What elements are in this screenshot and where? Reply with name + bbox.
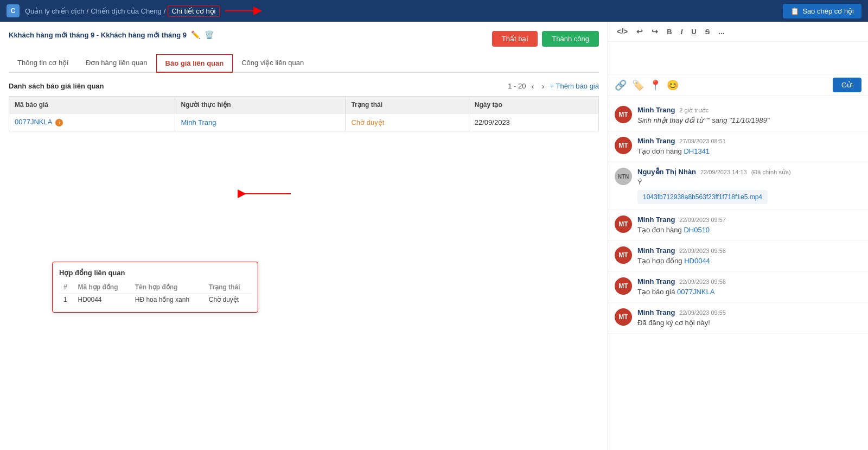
avatar-1: MT (615, 106, 632, 123)
send-button[interactable]: Gửi (833, 78, 861, 92)
msg-author-3: Nguyễn Thị Nhàn (637, 168, 696, 176)
msg-link-5[interactable]: HD0044 (684, 257, 710, 265)
action-buttons: Thất bại Thành công (492, 31, 599, 47)
header-right: 📋 Sao chép cơ hội (783, 4, 861, 18)
main-container: Kkhách hàng mới tháng 9 - Kkhách hàng mớ… (0, 22, 868, 450)
msg-author-4: Minh Trang (637, 216, 675, 224)
avatar-5: MT (615, 246, 632, 264)
msg-header-5: Minh Trang 22/09/2023 09:56 (637, 246, 861, 255)
msg-content-6: Minh Trang 22/09/2023 09:56 Tạo báo giá … (637, 277, 861, 297)
breadcrumb-part2[interactable]: Chiến dịch của Cheng (91, 7, 162, 15)
popup-ten-hop-dong: HĐ hoa hồng xanh (131, 294, 205, 306)
ngay-tao-cell: 22/09/2023 (469, 113, 598, 131)
title-row: Kkhách hàng mới tháng 9 - Kkhách hàng mớ… (9, 30, 599, 47)
breadcrumb-part1[interactable]: Quản lý chiến dịch (25, 7, 85, 15)
msg-link-6[interactable]: 0077JNKLA (677, 288, 714, 296)
msg-content-7: Minh Trang 22/09/2023 09:55 Đã đăng ký c… (637, 308, 861, 328)
msg-time-5: 22/09/2023 09:56 (679, 248, 726, 254)
msg-time-1: 2 giờ trước (679, 107, 709, 114)
msg-file-3[interactable]: 1043fb712938a8b563f23ff1f718f1e5.mp4 (637, 190, 768, 204)
pagination-text: 1 - 20 (508, 82, 526, 90)
msg-author-6: Minh Trang (637, 277, 675, 286)
add-bao-gia-button[interactable]: + Thêm báo giá (550, 82, 599, 90)
avatar-6: MT (615, 277, 632, 295)
tab-thong-tin[interactable]: Thông tin cơ hội (9, 54, 77, 73)
msg-header-7: Minh Trang 22/09/2023 09:55 (637, 308, 861, 316)
msg-content-5: Minh Trang 22/09/2023 09:56 Tạo hợp đồng… (637, 246, 861, 266)
msg-header-2: Minh Trang 27/09/2023 08:51 (637, 137, 861, 145)
chat-actions: 🔗 🏷️ 📍 😊 Gửi (608, 74, 868, 96)
avatar-7: MT (615, 308, 632, 326)
copy-button-label: Sao chép cơ hội (802, 7, 854, 15)
popup-table-header: # Mã hợp đồng Tên hợp đồng Trạng thái (59, 281, 251, 294)
bao-gia-table: Mã báo giá Người thực hiện Trạng thái Ng… (9, 96, 599, 131)
info-icon[interactable]: i (55, 119, 63, 126)
msg-text-5: Tạo hợp đồng HD0044 (637, 256, 861, 266)
toolbar-strikethrough-btn[interactable]: S (703, 26, 712, 37)
table-title: Danh sách báo giá liên quan (9, 82, 104, 90)
fail-button[interactable]: Thất bại (492, 31, 538, 47)
msg-text-4: Tạo đơn hàng DH0510 (637, 225, 861, 235)
msg-header-1: Minh Trang 2 giờ trước (637, 106, 861, 114)
toolbar-redo-btn[interactable]: ↪ (649, 26, 660, 37)
delete-icon[interactable]: 🗑️ (205, 30, 214, 39)
tab-don-hang[interactable]: Đơn hàng liên quan (77, 54, 156, 73)
popup-stt: 1 (59, 294, 74, 306)
msg-time-4: 22/09/2023 09:57 (679, 217, 726, 223)
toolbar-code-btn[interactable]: </> (615, 26, 630, 37)
copy-icon: 📋 (790, 7, 799, 15)
popup-hop-dong: Hợp đồng liên quan # Mã hợp đồng Tên hợp… (52, 262, 258, 313)
msg-text-6: Tạo báo giá 0077JNKLA (637, 287, 861, 297)
nguoi-thuc-hien-link[interactable]: Minh Trang (181, 118, 216, 126)
msg-text-1: Sinh nhật thay đổi từ "" sang "11/10/198… (637, 116, 861, 125)
chat-editor[interactable] (608, 42, 868, 74)
tab-bao-gia[interactable]: Báo giá liên quan (156, 54, 233, 73)
logo: C (7, 4, 20, 17)
chat-message-2: MT Minh Trang 27/09/2023 08:51 Tạo đơn h… (608, 131, 868, 162)
msg-content-1: Minh Trang 2 giờ trước Sinh nhật thay đổ… (637, 106, 861, 125)
table-header-row: Danh sách báo giá liên quan 1 - 20 ‹ › +… (9, 81, 599, 91)
tag-icon[interactable]: 🏷️ (632, 79, 644, 91)
breadcrumb-active: Chi tiết cơ hội (168, 5, 219, 17)
toolbar-undo-btn[interactable]: ↩ (634, 26, 645, 37)
emoji-icon[interactable]: 😊 (667, 79, 679, 91)
msg-text-7: Đã đăng ký cơ hội này! (637, 318, 861, 328)
toolbar-underline-btn[interactable]: U (689, 26, 698, 37)
chat-messages: MT Minh Trang 2 giờ trước Sinh nhật thay… (608, 96, 868, 450)
nguoi-thuc-hien-cell: Minh Trang (175, 113, 346, 131)
popup-col-stt: # (59, 281, 74, 294)
pagination-next[interactable]: › (540, 81, 547, 91)
edit-icon[interactable]: ✏️ (191, 30, 200, 39)
msg-header-6: Minh Trang 22/09/2023 09:56 (637, 277, 861, 286)
msg-link-2[interactable]: DH1341 (684, 147, 710, 155)
trang-thai-cell: Chờ duyệt (346, 113, 469, 131)
msg-content-4: Minh Trang 22/09/2023 09:57 Tạo đơn hàng… (637, 216, 861, 235)
popup-title: Hợp đồng liên quan (59, 269, 251, 277)
toolbar-more-btn[interactable]: ... (716, 26, 727, 37)
chat-message-4: MT Minh Trang 22/09/2023 09:57 Tạo đơn h… (608, 210, 868, 241)
popup-col-ma: Mã hợp đồng (74, 281, 131, 294)
chat-message-1: MT Minh Trang 2 giờ trước Sinh nhật thay… (608, 100, 868, 131)
copy-button[interactable]: 📋 Sao chép cơ hội (783, 4, 861, 18)
attachment-icon[interactable]: 🔗 (615, 79, 627, 91)
avatar-3: NTN (615, 168, 632, 185)
msg-time-7: 22/09/2023 09:55 (679, 309, 726, 316)
popup-ma-hop-dong: HD0044 (74, 294, 131, 306)
success-button[interactable]: Thành công (542, 31, 599, 47)
msg-link-4[interactable]: DH0510 (684, 226, 710, 234)
col-nguoi-thuc-hien: Người thực hiện (175, 97, 346, 113)
right-panel: </> ↩ ↪ B I U S ... 🔗 🏷️ 📍 😊 Gửi MT (608, 22, 868, 450)
left-panel: Kkhách hàng mới tháng 9 - Kkhách hàng mớ… (0, 22, 608, 450)
table-header: Mã báo giá Người thực hiện Trạng thái Ng… (9, 97, 599, 113)
toolbar-bold-btn[interactable]: B (665, 26, 674, 37)
ma-bao-gia-cell: 0077JNKLA i (9, 113, 175, 131)
ma-bao-gia-link[interactable]: 0077JNKLA (15, 118, 52, 126)
popup-table-row: 1 HD0044 HĐ hoa hồng xanh Chờ duyệt (59, 294, 251, 306)
tabs: Thông tin cơ hội Đơn hàng liên quan Báo … (9, 54, 599, 73)
breadcrumb-sep2: / (164, 7, 166, 15)
pagination-prev[interactable]: ‹ (529, 81, 537, 91)
toolbar-italic-btn[interactable]: I (679, 26, 685, 37)
tab-cong-viec[interactable]: Công việc liên quan (233, 54, 312, 73)
avatar-2: MT (615, 137, 632, 154)
location-icon[interactable]: 📍 (649, 79, 661, 91)
